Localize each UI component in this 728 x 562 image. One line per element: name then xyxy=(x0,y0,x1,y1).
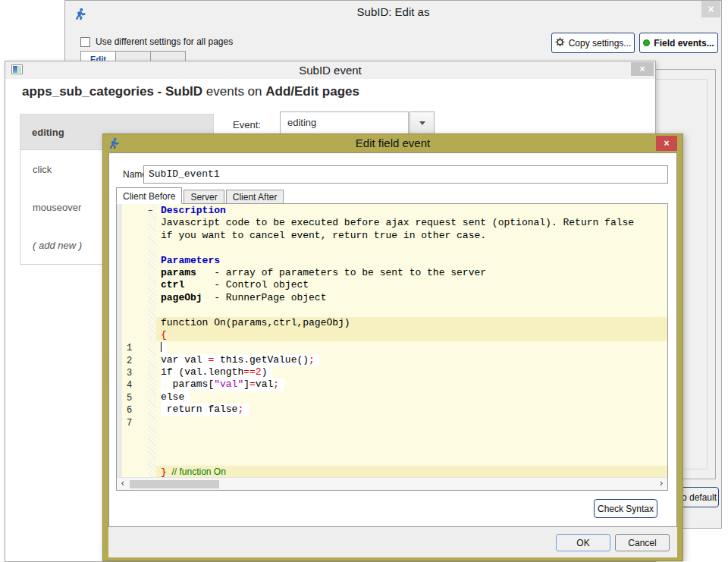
copy-settings-label: Copy settings... xyxy=(569,38,632,49)
code-line[interactable]: Javascript code to be executed before aj… xyxy=(117,217,667,229)
code-line[interactable]: 4 params["val"]=val; xyxy=(117,378,667,391)
code-line[interactable]: 3if (val.length==2) xyxy=(117,366,667,378)
tab-client-before[interactable]: Client Before xyxy=(116,187,182,204)
code-line[interactable] xyxy=(117,441,667,453)
code-line[interactable] xyxy=(117,454,667,466)
screen: SubID: Edit as × Use different settings … xyxy=(0,0,728,562)
gutter-cell xyxy=(117,441,156,453)
subid-event-title: SubID event xyxy=(299,64,362,77)
code-line[interactable]: if you want to cancel event, return true… xyxy=(117,230,667,242)
gutter-cell: 1 xyxy=(117,341,156,353)
copy-settings-button[interactable]: Copy settings... xyxy=(551,33,635,53)
scrollbar-thumb[interactable] xyxy=(130,480,219,488)
event-name-input[interactable]: SubID_event1 xyxy=(143,165,668,184)
sidebar-item-click[interactable]: click xyxy=(33,164,52,175)
scroll-right-arrow-icon[interactable]: › xyxy=(656,478,667,490)
gutter-cell xyxy=(117,304,156,316)
tab-partial-2[interactable] xyxy=(115,51,151,61)
gutter-cell xyxy=(117,454,156,466)
gutter-cell: 7 xyxy=(117,416,156,429)
field-events-label: Field events... xyxy=(654,38,714,49)
gutter-cell xyxy=(117,255,156,267)
tab-edit-partial[interactable]: Edit xyxy=(80,51,116,61)
event-dropdown-value[interactable]: editing xyxy=(280,111,409,134)
code-line[interactable]: 1 xyxy=(117,341,667,353)
tab-client-after[interactable]: Client After xyxy=(226,190,284,204)
code-line[interactable]: −Description xyxy=(117,205,667,217)
code-line[interactable]: { xyxy=(117,329,667,341)
tab-server[interactable]: Server xyxy=(184,190,224,204)
code-line[interactable]: ctrl - Control object xyxy=(117,279,667,291)
gutter-cell xyxy=(117,292,156,304)
code-line[interactable]: 7 xyxy=(117,416,667,429)
gutter-cell: 2 xyxy=(117,354,156,366)
tab-partial-3[interactable] xyxy=(150,51,186,61)
runner-app-icon xyxy=(74,5,86,28)
edit-field-event-close-button[interactable]: × xyxy=(656,136,677,151)
edit-as-titlebar[interactable]: SubID: Edit as × xyxy=(65,1,721,24)
code-rows: −DescriptionJavascript code to be execut… xyxy=(117,205,667,479)
code-line[interactable]: 5else xyxy=(117,391,667,403)
code-editor[interactable]: −DescriptionJavascript code to be execut… xyxy=(116,203,668,491)
sidebar-item-add-new[interactable]: ( add new ) xyxy=(33,240,82,251)
set-to-default-button-partial[interactable]: o default xyxy=(679,487,719,507)
edit-field-event-title: Edit field event xyxy=(356,137,430,149)
gutter-cell xyxy=(117,242,156,254)
code-line[interactable] xyxy=(117,242,667,254)
code-line[interactable]: pageObj - RunnerPage object xyxy=(117,292,667,304)
edit-as-close-button[interactable]: × xyxy=(701,1,720,17)
cancel-button[interactable]: Cancel xyxy=(615,534,670,551)
edit-as-title: SubID: Edit as xyxy=(357,5,430,18)
checkbox-unchecked[interactable] xyxy=(80,37,90,47)
gutter-cell xyxy=(117,217,156,229)
gutter-cell xyxy=(117,267,156,279)
form-window-icon xyxy=(11,64,23,74)
scroll-left-arrow-icon[interactable]: ‹ xyxy=(118,478,128,490)
gutter-cell: − xyxy=(117,205,156,217)
edit-field-event-titlebar[interactable]: Edit field event × xyxy=(103,134,682,152)
code-line[interactable] xyxy=(117,304,667,316)
code-line[interactable]: 6 return false; xyxy=(117,403,667,416)
green-dot-icon xyxy=(643,39,650,46)
page-title: apps_sub_categories - SubID events on Ad… xyxy=(22,84,359,99)
gutter-cell xyxy=(117,429,156,441)
use-different-settings-checkbox-row[interactable]: Use different settings for all pages xyxy=(80,36,233,47)
code-line[interactable]: params - array of parameters to be sent … xyxy=(117,267,667,279)
dialog-edit-field-event: Edit field event × Name SubID_event1 Cli… xyxy=(102,133,683,561)
sidebar-item-mouseover[interactable]: mouseover xyxy=(33,202,81,213)
text-cursor xyxy=(161,342,162,352)
code-line[interactable]: 2var val = this.getValue(); xyxy=(117,354,667,366)
code-line[interactable] xyxy=(117,429,667,441)
dialog-content-panel: Name SubID_event1 Client Before Server C… xyxy=(108,152,677,527)
event-label: Event: xyxy=(233,119,261,130)
gutter-cell: 4 xyxy=(117,378,156,391)
checkbox-label: Use different settings for all pages xyxy=(96,36,233,47)
gutter-cell: 3 xyxy=(117,366,156,378)
gutter-cell xyxy=(117,317,156,329)
dialog-footer: OK Cancel xyxy=(108,527,677,557)
gutter-cell xyxy=(117,329,156,341)
gutter-cell: 5 xyxy=(117,391,156,403)
gear-icon xyxy=(555,37,565,49)
subid-event-titlebar[interactable]: SubID event × xyxy=(5,61,655,79)
event-tabs: Client Before Server Client After xyxy=(116,187,285,204)
event-dropdown-button[interactable] xyxy=(410,111,435,134)
check-syntax-button[interactable]: Check Syntax xyxy=(594,499,657,518)
gutter-cell xyxy=(117,279,156,291)
field-events-button[interactable]: Field events... xyxy=(639,33,718,53)
fold-marker-icon[interactable]: − xyxy=(148,206,153,215)
code-line[interactable]: function On(params,ctrl,pageObj) xyxy=(117,317,667,329)
code-line[interactable]: Parameters xyxy=(117,255,667,267)
horizontal-scrollbar[interactable]: ‹ › xyxy=(117,477,667,490)
ok-button[interactable]: OK xyxy=(556,534,610,551)
gutter-cell: 6 xyxy=(117,403,156,416)
edit-as-tabs-partial: Edit xyxy=(80,51,185,61)
chevron-down-icon xyxy=(419,121,425,125)
subid-event-close-button[interactable]: × xyxy=(631,62,654,76)
gutter-cell xyxy=(117,230,156,242)
